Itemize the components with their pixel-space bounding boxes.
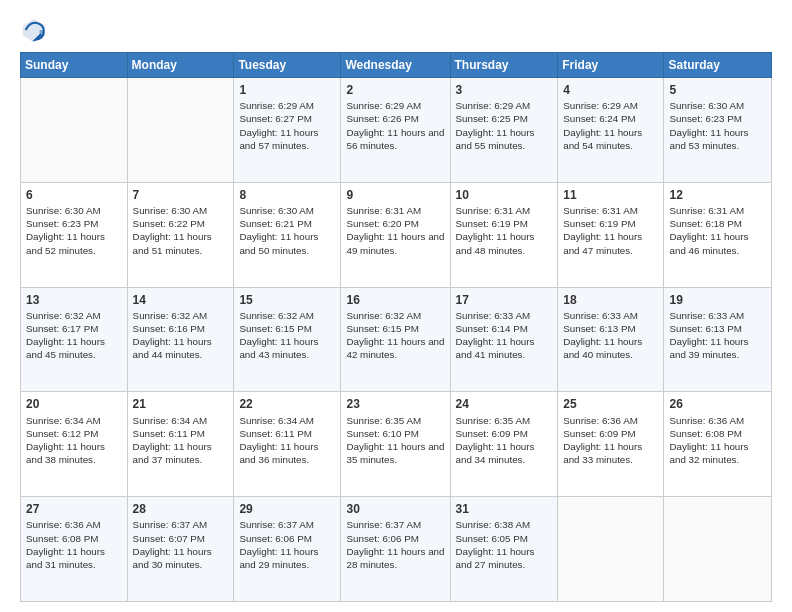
calendar-cell: 11Sunrise: 6:31 AMSunset: 6:19 PMDayligh… xyxy=(558,182,664,287)
day-number: 28 xyxy=(133,501,229,517)
day-info: Sunrise: 6:34 AMSunset: 6:11 PMDaylight:… xyxy=(239,414,335,467)
day-number: 15 xyxy=(239,292,335,308)
calendar-week-4: 20Sunrise: 6:34 AMSunset: 6:12 PMDayligh… xyxy=(21,392,772,497)
day-info: Sunrise: 6:36 AMSunset: 6:08 PMDaylight:… xyxy=(669,414,766,467)
day-number: 29 xyxy=(239,501,335,517)
day-info: Sunrise: 6:31 AMSunset: 6:20 PMDaylight:… xyxy=(346,204,444,257)
weekday-header-saturday: Saturday xyxy=(664,53,772,78)
weekday-header-tuesday: Tuesday xyxy=(234,53,341,78)
day-number: 17 xyxy=(456,292,553,308)
weekday-header-friday: Friday xyxy=(558,53,664,78)
calendar-cell: 9Sunrise: 6:31 AMSunset: 6:20 PMDaylight… xyxy=(341,182,450,287)
day-info: Sunrise: 6:33 AMSunset: 6:13 PMDaylight:… xyxy=(563,309,658,362)
calendar-cell: 31Sunrise: 6:38 AMSunset: 6:05 PMDayligh… xyxy=(450,497,558,602)
day-info: Sunrise: 6:35 AMSunset: 6:10 PMDaylight:… xyxy=(346,414,444,467)
calendar-cell: 14Sunrise: 6:32 AMSunset: 6:16 PMDayligh… xyxy=(127,287,234,392)
day-number: 6 xyxy=(26,187,122,203)
day-number: 7 xyxy=(133,187,229,203)
day-number: 27 xyxy=(26,501,122,517)
calendar-cell: 10Sunrise: 6:31 AMSunset: 6:19 PMDayligh… xyxy=(450,182,558,287)
day-number: 30 xyxy=(346,501,444,517)
day-info: Sunrise: 6:30 AMSunset: 6:22 PMDaylight:… xyxy=(133,204,229,257)
day-number: 18 xyxy=(563,292,658,308)
day-number: 14 xyxy=(133,292,229,308)
calendar-cell: 5Sunrise: 6:30 AMSunset: 6:23 PMDaylight… xyxy=(664,78,772,183)
weekday-header-monday: Monday xyxy=(127,53,234,78)
day-number: 1 xyxy=(239,82,335,98)
calendar-week-2: 6Sunrise: 6:30 AMSunset: 6:23 PMDaylight… xyxy=(21,182,772,287)
calendar-cell: 19Sunrise: 6:33 AMSunset: 6:13 PMDayligh… xyxy=(664,287,772,392)
calendar-cell xyxy=(664,497,772,602)
calendar-cell: 28Sunrise: 6:37 AMSunset: 6:07 PMDayligh… xyxy=(127,497,234,602)
day-info: Sunrise: 6:31 AMSunset: 6:19 PMDaylight:… xyxy=(563,204,658,257)
day-info: Sunrise: 6:36 AMSunset: 6:09 PMDaylight:… xyxy=(563,414,658,467)
day-number: 16 xyxy=(346,292,444,308)
calendar-cell: 7Sunrise: 6:30 AMSunset: 6:22 PMDaylight… xyxy=(127,182,234,287)
weekday-header-sunday: Sunday xyxy=(21,53,128,78)
day-info: Sunrise: 6:29 AMSunset: 6:25 PMDaylight:… xyxy=(456,99,553,152)
calendar-cell: 27Sunrise: 6:36 AMSunset: 6:08 PMDayligh… xyxy=(21,497,128,602)
day-info: Sunrise: 6:29 AMSunset: 6:24 PMDaylight:… xyxy=(563,99,658,152)
calendar-cell xyxy=(558,497,664,602)
day-number: 2 xyxy=(346,82,444,98)
day-number: 12 xyxy=(669,187,766,203)
day-info: Sunrise: 6:38 AMSunset: 6:05 PMDaylight:… xyxy=(456,518,553,571)
calendar-table: SundayMondayTuesdayWednesdayThursdayFrid… xyxy=(20,52,772,602)
day-info: Sunrise: 6:32 AMSunset: 6:15 PMDaylight:… xyxy=(239,309,335,362)
day-number: 10 xyxy=(456,187,553,203)
day-info: Sunrise: 6:33 AMSunset: 6:14 PMDaylight:… xyxy=(456,309,553,362)
calendar-cell: 3Sunrise: 6:29 AMSunset: 6:25 PMDaylight… xyxy=(450,78,558,183)
calendar-cell: 13Sunrise: 6:32 AMSunset: 6:17 PMDayligh… xyxy=(21,287,128,392)
calendar-week-3: 13Sunrise: 6:32 AMSunset: 6:17 PMDayligh… xyxy=(21,287,772,392)
day-info: Sunrise: 6:32 AMSunset: 6:17 PMDaylight:… xyxy=(26,309,122,362)
day-number: 3 xyxy=(456,82,553,98)
logo xyxy=(20,16,52,44)
calendar-cell: 1Sunrise: 6:29 AMSunset: 6:27 PMDaylight… xyxy=(234,78,341,183)
weekday-header-row: SundayMondayTuesdayWednesdayThursdayFrid… xyxy=(21,53,772,78)
day-number: 26 xyxy=(669,396,766,412)
calendar-week-5: 27Sunrise: 6:36 AMSunset: 6:08 PMDayligh… xyxy=(21,497,772,602)
day-info: Sunrise: 6:31 AMSunset: 6:19 PMDaylight:… xyxy=(456,204,553,257)
day-number: 22 xyxy=(239,396,335,412)
day-number: 21 xyxy=(133,396,229,412)
day-info: Sunrise: 6:34 AMSunset: 6:11 PMDaylight:… xyxy=(133,414,229,467)
day-info: Sunrise: 6:33 AMSunset: 6:13 PMDaylight:… xyxy=(669,309,766,362)
day-info: Sunrise: 6:34 AMSunset: 6:12 PMDaylight:… xyxy=(26,414,122,467)
day-info: Sunrise: 6:32 AMSunset: 6:15 PMDaylight:… xyxy=(346,309,444,362)
calendar-cell: 24Sunrise: 6:35 AMSunset: 6:09 PMDayligh… xyxy=(450,392,558,497)
day-info: Sunrise: 6:30 AMSunset: 6:23 PMDaylight:… xyxy=(26,204,122,257)
weekday-header-thursday: Thursday xyxy=(450,53,558,78)
day-info: Sunrise: 6:31 AMSunset: 6:18 PMDaylight:… xyxy=(669,204,766,257)
calendar-cell xyxy=(21,78,128,183)
calendar-cell: 8Sunrise: 6:30 AMSunset: 6:21 PMDaylight… xyxy=(234,182,341,287)
calendar-cell: 29Sunrise: 6:37 AMSunset: 6:06 PMDayligh… xyxy=(234,497,341,602)
day-number: 24 xyxy=(456,396,553,412)
day-number: 11 xyxy=(563,187,658,203)
calendar-cell: 26Sunrise: 6:36 AMSunset: 6:08 PMDayligh… xyxy=(664,392,772,497)
day-info: Sunrise: 6:36 AMSunset: 6:08 PMDaylight:… xyxy=(26,518,122,571)
generalblue-logo-icon xyxy=(20,16,48,44)
calendar-cell: 12Sunrise: 6:31 AMSunset: 6:18 PMDayligh… xyxy=(664,182,772,287)
weekday-header-wednesday: Wednesday xyxy=(341,53,450,78)
calendar-cell: 21Sunrise: 6:34 AMSunset: 6:11 PMDayligh… xyxy=(127,392,234,497)
day-number: 5 xyxy=(669,82,766,98)
day-number: 19 xyxy=(669,292,766,308)
day-info: Sunrise: 6:32 AMSunset: 6:16 PMDaylight:… xyxy=(133,309,229,362)
calendar-cell: 30Sunrise: 6:37 AMSunset: 6:06 PMDayligh… xyxy=(341,497,450,602)
calendar-cell: 15Sunrise: 6:32 AMSunset: 6:15 PMDayligh… xyxy=(234,287,341,392)
calendar-cell: 23Sunrise: 6:35 AMSunset: 6:10 PMDayligh… xyxy=(341,392,450,497)
day-info: Sunrise: 6:30 AMSunset: 6:23 PMDaylight:… xyxy=(669,99,766,152)
day-info: Sunrise: 6:29 AMSunset: 6:27 PMDaylight:… xyxy=(239,99,335,152)
day-info: Sunrise: 6:37 AMSunset: 6:06 PMDaylight:… xyxy=(346,518,444,571)
day-info: Sunrise: 6:37 AMSunset: 6:06 PMDaylight:… xyxy=(239,518,335,571)
calendar-cell xyxy=(127,78,234,183)
calendar-page: SundayMondayTuesdayWednesdayThursdayFrid… xyxy=(0,0,792,612)
day-info: Sunrise: 6:35 AMSunset: 6:09 PMDaylight:… xyxy=(456,414,553,467)
day-number: 8 xyxy=(239,187,335,203)
day-info: Sunrise: 6:29 AMSunset: 6:26 PMDaylight:… xyxy=(346,99,444,152)
day-number: 9 xyxy=(346,187,444,203)
day-number: 13 xyxy=(26,292,122,308)
calendar-cell: 16Sunrise: 6:32 AMSunset: 6:15 PMDayligh… xyxy=(341,287,450,392)
calendar-cell: 6Sunrise: 6:30 AMSunset: 6:23 PMDaylight… xyxy=(21,182,128,287)
calendar-cell: 18Sunrise: 6:33 AMSunset: 6:13 PMDayligh… xyxy=(558,287,664,392)
